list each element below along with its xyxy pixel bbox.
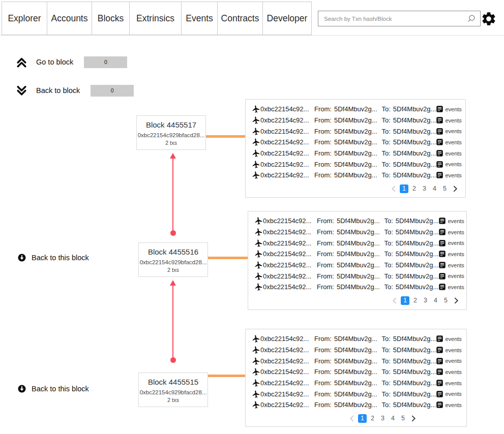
back-to-this-block-button[interactable]: Back to this block — [17, 253, 89, 262]
pagination-page-4[interactable]: 4 — [389, 414, 397, 423]
transaction-hash-link[interactable]: 0xbc22154c92... — [263, 261, 310, 269]
events-button[interactable]: events — [436, 390, 461, 398]
from-address-link[interactable]: 5Df4Mbuv2g... — [334, 390, 377, 398]
transaction-hash-link[interactable]: 0xbc22154c92... — [260, 346, 308, 354]
events-button[interactable]: events — [438, 217, 464, 225]
to-address-link[interactable]: 5Df4Mbuv2g... — [393, 390, 436, 398]
block-card[interactable]: Block 4455515 0xbc22154c929bfacd28... 2 … — [138, 373, 208, 407]
to-address-link[interactable]: 5Df4Mbuv2g... — [396, 272, 439, 280]
to-address-link[interactable]: 5Df4Mbuv2g... — [393, 401, 436, 409]
transaction-hash-link[interactable]: 0xbc22154c92... — [260, 401, 308, 409]
from-address-link[interactable]: 5Df4Mbuv2g... — [337, 283, 380, 291]
to-address-link[interactable]: 5Df4Mbuv2g... — [393, 128, 436, 135]
events-button[interactable]: events — [438, 261, 464, 269]
from-address-link[interactable]: 5Df4Mbuv2g... — [337, 272, 380, 280]
events-button[interactable]: events — [436, 116, 461, 124]
pagination-prev-icon[interactable] — [348, 414, 357, 423]
from-address-link[interactable]: 5Df4Mbuv2g... — [334, 401, 377, 409]
from-address-link[interactable]: 5Df4Mbuv2g... — [334, 346, 377, 354]
to-address-link[interactable]: 5Df4Mbuv2g... — [393, 346, 436, 354]
pagination-page-4[interactable]: 4 — [431, 296, 440, 305]
pagination-page-2[interactable]: 2 — [411, 296, 420, 305]
pagination-page-5[interactable]: 5 — [399, 414, 407, 423]
transaction-hash-link[interactable]: 0xbc22154c92... — [260, 128, 308, 135]
to-address-link[interactable]: 5Df4Mbuv2g... — [396, 217, 439, 225]
from-address-link[interactable]: 5Df4Mbuv2g... — [334, 105, 377, 113]
events-button[interactable]: events — [436, 149, 461, 157]
tab-blocks[interactable]: Blocks — [92, 2, 130, 35]
events-button[interactable]: events — [438, 283, 464, 291]
from-address-link[interactable]: 5Df4Mbuv2g... — [337, 261, 380, 269]
to-address-link[interactable]: 5Df4Mbuv2g... — [393, 161, 436, 168]
from-address-link[interactable]: 5Df4Mbuv2g... — [334, 116, 377, 124]
to-address-link[interactable]: 5Df4Mbuv2g... — [396, 239, 439, 247]
transaction-hash-link[interactable]: 0xbc22154c92... — [263, 228, 310, 236]
to-address-link[interactable]: 5Df4Mbuv2g... — [393, 171, 436, 179]
from-address-link[interactable]: 5Df4Mbuv2g... — [334, 138, 377, 146]
to-address-link[interactable]: 5Df4Mbuv2g... — [396, 283, 439, 291]
settings-gear-icon[interactable] — [481, 11, 497, 27]
search-input[interactable] — [323, 15, 466, 22]
transaction-hash-link[interactable]: 0xbc22154c92... — [260, 368, 308, 376]
events-button[interactable]: events — [436, 379, 461, 387]
pagination-page-3[interactable]: 3 — [378, 414, 387, 423]
to-address-link[interactable]: 5Df4Mbuv2g... — [396, 261, 439, 269]
from-address-link[interactable]: 5Df4Mbuv2g... — [334, 335, 377, 343]
search-icon[interactable] — [466, 14, 476, 23]
pagination-prev-icon[interactable] — [390, 184, 398, 193]
events-button[interactable]: events — [436, 357, 461, 365]
to-address-link[interactable]: 5Df4Mbuv2g... — [393, 335, 436, 343]
from-address-link[interactable]: 5Df4Mbuv2g... — [334, 171, 377, 179]
to-address-link[interactable]: 5Df4Mbuv2g... — [393, 368, 436, 376]
pagination-page-2[interactable]: 2 — [410, 184, 419, 193]
from-address-link[interactable]: 5Df4Mbuv2g... — [334, 379, 377, 387]
from-address-link[interactable]: 5Df4Mbuv2g... — [337, 239, 380, 247]
pagination-next-icon[interactable] — [451, 184, 459, 193]
to-address-link[interactable]: 5Df4Mbuv2g... — [393, 138, 436, 146]
transaction-hash-link[interactable]: 0xbc22154c92... — [263, 272, 310, 280]
events-button[interactable]: events — [436, 128, 461, 135]
pagination-next-icon[interactable] — [409, 414, 418, 423]
to-address-link[interactable]: 5Df4Mbuv2g... — [393, 379, 436, 387]
block-card[interactable]: Block 4455516 0xbc22154c929bfacd28... 2 … — [138, 242, 208, 277]
to-address-link[interactable]: 5Df4Mbuv2g... — [393, 116, 436, 124]
pagination-page-1[interactable]: 1 — [400, 184, 408, 193]
transaction-hash-link[interactable]: 0xbc22154c92... — [263, 250, 310, 258]
transaction-hash-link[interactable]: 0xbc22154c92... — [260, 161, 308, 168]
block-card[interactable]: Block 4455517 0xbc22154c929bfacd28... 2 … — [136, 115, 206, 150]
from-address-link[interactable]: 5Df4Mbuv2g... — [337, 250, 380, 258]
to-address-link[interactable]: 5Df4Mbuv2g... — [393, 357, 436, 365]
from-address-link[interactable]: 5Df4Mbuv2g... — [334, 357, 377, 365]
tab-contracts[interactable]: Contracts — [217, 2, 263, 35]
from-address-link[interactable]: 5Df4Mbuv2g... — [337, 228, 380, 236]
events-button[interactable]: events — [436, 161, 461, 168]
tab-explorer[interactable]: Explorer — [2, 2, 47, 35]
transaction-hash-link[interactable]: 0xbc22154c92... — [260, 105, 308, 113]
events-button[interactable]: events — [436, 346, 461, 354]
from-address-link[interactable]: 5Df4Mbuv2g... — [337, 217, 380, 225]
events-button[interactable]: events — [436, 335, 461, 343]
pagination-page-4[interactable]: 4 — [430, 184, 439, 193]
pagination-page-1[interactable]: 1 — [401, 296, 409, 305]
pagination-prev-icon[interactable] — [391, 296, 399, 305]
transaction-hash-link[interactable]: 0xbc22154c92... — [263, 239, 310, 247]
transaction-hash-link[interactable]: 0xbc22154c92... — [260, 335, 308, 343]
to-address-link[interactable]: 5Df4Mbuv2g... — [393, 105, 436, 113]
transaction-hash-link[interactable]: 0xbc22154c92... — [260, 379, 308, 387]
transaction-hash-link[interactable]: 0xbc22154c92... — [260, 116, 308, 124]
pagination-page-1[interactable]: 1 — [358, 414, 367, 423]
tab-accounts[interactable]: Accounts — [47, 2, 92, 35]
transaction-hash-link[interactable]: 0xbc22154c92... — [260, 149, 308, 157]
tab-developer[interactable]: Developer — [262, 2, 312, 35]
go-to-block-input[interactable] — [84, 56, 127, 68]
events-button[interactable]: events — [438, 250, 464, 258]
back-to-this-block-button[interactable]: Back to this block — [17, 384, 89, 393]
from-address-link[interactable]: 5Df4Mbuv2g... — [334, 161, 377, 168]
events-button[interactable]: events — [436, 171, 461, 179]
events-button[interactable]: events — [438, 228, 464, 236]
events-button[interactable]: events — [438, 272, 464, 280]
events-button[interactable]: events — [438, 239, 464, 247]
transaction-hash-link[interactable]: 0xbc22154c92... — [260, 390, 308, 398]
pagination-page-3[interactable]: 3 — [421, 296, 430, 305]
transaction-hash-link[interactable]: 0xbc22154c92... — [260, 138, 308, 146]
